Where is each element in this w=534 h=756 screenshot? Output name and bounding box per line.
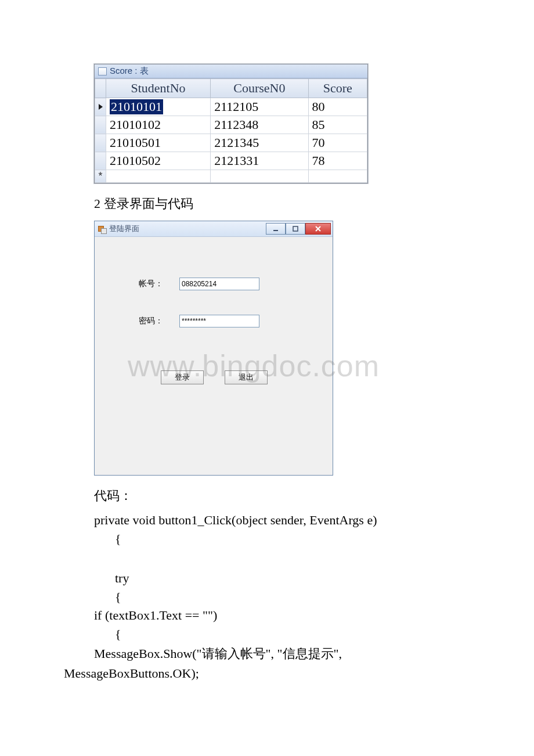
code-line: MessageBoxButtons.OK); <box>64 666 493 681</box>
code-line: { <box>115 589 493 604</box>
row-selector-header[interactable] <box>95 79 106 98</box>
code-label: 代码： <box>94 487 493 505</box>
cell-studentno[interactable]: 21010102 <box>106 116 211 134</box>
table-row[interactable]: 21010101 2112105 80 <box>95 98 367 116</box>
login-button[interactable]: 登录 <box>161 370 204 384</box>
password-input[interactable] <box>179 315 259 327</box>
login-titlebar: 登陆界面 <box>95 221 333 237</box>
current-row-indicator-icon[interactable] <box>95 98 106 116</box>
section-heading: 2 登录界面与代码 <box>94 195 493 213</box>
row-selector[interactable] <box>95 152 106 170</box>
cell-empty[interactable] <box>106 170 211 183</box>
account-label: 帐号： <box>132 279 163 289</box>
svg-marker-0 <box>99 104 103 110</box>
exit-button[interactable]: 退出 <box>225 370 268 384</box>
score-grid[interactable]: StudentNo CourseN0 Score 21010101 211210… <box>95 78 367 183</box>
table-row[interactable]: 21010502 2121331 78 <box>95 152 367 170</box>
access-titlebar: Score : 表 <box>95 64 367 78</box>
cell-score[interactable]: 78 <box>308 152 367 170</box>
svg-rect-1 <box>273 230 278 231</box>
access-title: Score : 表 <box>110 66 149 77</box>
cell-studentno[interactable]: 21010502 <box>106 152 211 170</box>
cell-courseno[interactable]: 2121331 <box>211 152 308 170</box>
col-courseno[interactable]: CourseN0 <box>211 79 308 98</box>
col-score[interactable]: Score <box>308 79 367 98</box>
minimize-button[interactable] <box>266 223 286 235</box>
account-input[interactable] <box>179 278 259 290</box>
cell-empty[interactable] <box>211 170 308 183</box>
button-row: 登录 退出 <box>112 370 315 384</box>
password-label: 密码： <box>132 316 163 326</box>
code-line: private void button1_Click(object sender… <box>94 513 493 528</box>
cell-studentno[interactable]: 21010501 <box>106 134 211 152</box>
cell-score[interactable]: 85 <box>308 116 367 134</box>
col-studentno[interactable]: StudentNo <box>106 79 211 98</box>
cell-score[interactable]: 70 <box>308 134 367 152</box>
code-line: MessageBox.Show("请输入帐号", "信息提示", <box>94 645 493 663</box>
account-row: 帐号： <box>112 278 315 290</box>
cell-courseno[interactable]: 2121345 <box>211 134 308 152</box>
code-line: { <box>115 531 493 546</box>
login-body: 帐号： 密码： 登录 退出 <box>95 237 333 475</box>
table-row-new[interactable]: * <box>95 170 367 183</box>
new-record-icon[interactable]: * <box>95 170 106 183</box>
close-button[interactable] <box>305 223 331 235</box>
password-row: 密码： <box>112 315 315 327</box>
code-line: try <box>115 571 493 586</box>
table-row[interactable]: 21010501 2121345 70 <box>95 134 367 152</box>
cell-score[interactable]: 80 <box>308 98 367 116</box>
login-title: 登陆界面 <box>109 224 139 234</box>
form-icon <box>98 225 106 233</box>
table-row[interactable]: 21010102 2112348 85 <box>95 116 367 134</box>
datasheet-icon <box>98 67 107 75</box>
cell-empty[interactable] <box>308 170 367 183</box>
row-selector[interactable] <box>95 116 106 134</box>
code-line: { <box>115 627 493 642</box>
window-buttons <box>266 223 331 235</box>
login-window: 登陆界面 帐号： 密码： <box>94 221 333 476</box>
access-table-window: Score : 表 StudentNo CourseN0 Score 21010… <box>94 64 368 183</box>
cell-studentno[interactable]: 21010101 <box>106 98 211 116</box>
code-line: if (textBox1.Text == "") <box>94 608 493 623</box>
row-selector[interactable] <box>95 134 106 152</box>
maximize-button[interactable] <box>286 223 305 235</box>
svg-rect-2 <box>293 226 298 231</box>
cell-courseno[interactable]: 2112105 <box>211 98 308 116</box>
cell-courseno[interactable]: 2112348 <box>211 116 308 134</box>
